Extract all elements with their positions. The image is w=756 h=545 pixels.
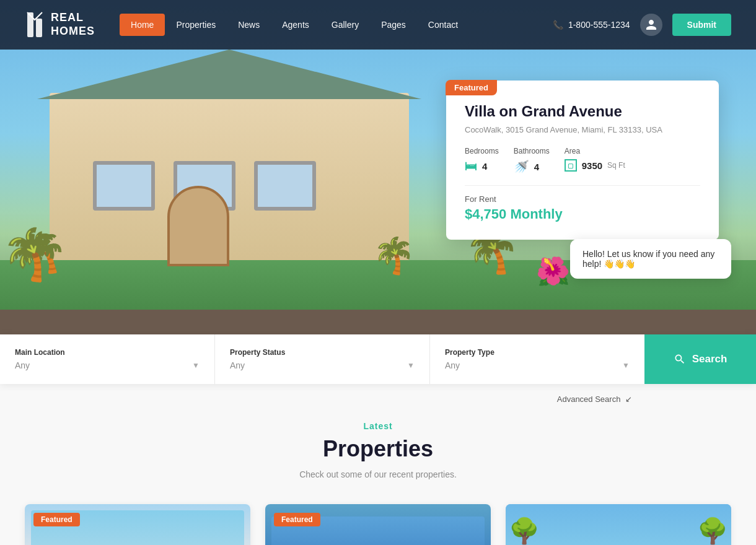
type-chevron: ▼: [622, 361, 630, 370]
submit-button[interactable]: Submit: [672, 14, 731, 36]
nav-properties[interactable]: Properties: [165, 14, 227, 36]
status-select[interactable]: Any ▼: [230, 360, 415, 370]
type-select[interactable]: Any ▼: [445, 360, 630, 370]
featured-badge: Featured: [446, 80, 497, 95]
search-label: Search: [692, 353, 727, 365]
bathrooms-label: Bathrooms: [514, 147, 550, 155]
svg-rect-1: [36, 19, 42, 37]
bath-icon: 🚿: [514, 159, 529, 174]
nav-contact[interactable]: Contact: [417, 14, 469, 36]
status-field[interactable]: Property Status Any ▼: [215, 334, 430, 384]
location-label: Main Location: [15, 348, 200, 357]
property-price: $4,750 Monthly: [465, 206, 700, 222]
nav-right: 📞 1-800-555-1234 Submit: [553, 14, 731, 36]
for-rent-label: For Rent: [465, 194, 700, 204]
bathrooms-value: 🚿 4: [514, 159, 550, 174]
property-address: CocoWalk, 3015 Grand Avenue, Miami, FL 3…: [465, 125, 700, 134]
search-button[interactable]: Search: [644, 334, 756, 384]
properties-section: Latest Properties Check out some of our …: [0, 384, 756, 545]
bedrooms-value: 🛏 4: [465, 159, 499, 173]
hero-section: 🌴 🌴 🌴 🌴 🌺 Featured Villa on Grand Avenue…: [0, 0, 756, 334]
location-chevron: ▼: [192, 361, 200, 370]
area-label: Area: [565, 147, 625, 155]
property-stats: Bedrooms 🛏 4 Bathrooms 🚿 4 Area: [465, 147, 700, 174]
area-stat: Area ▢ 9350 Sq Ft: [565, 147, 625, 174]
advanced-arrow: ↙: [625, 395, 632, 404]
type-field[interactable]: Property Type Any ▼: [430, 334, 644, 384]
nav-home[interactable]: Home: [120, 14, 165, 36]
navbar: REAL HOMES Home Properties News Agents G…: [0, 0, 756, 50]
section-subtitle: Latest: [25, 421, 731, 431]
property-cards: Featured Featured: [25, 504, 731, 545]
location-select[interactable]: Any ▼: [15, 360, 200, 370]
featured-property-card: Featured Villa on Grand Avenue CocoWalk,…: [446, 81, 719, 240]
card-2-featured-badge: Featured: [274, 513, 320, 526]
property-card-2-image: Featured: [265, 504, 491, 545]
nav-links: Home Properties News Agents Gallery Page…: [120, 14, 553, 36]
location-value: Any: [15, 360, 30, 370]
type-value: Any: [445, 360, 460, 370]
search-icon: [674, 353, 686, 365]
logo[interactable]: REAL HOMES: [25, 10, 95, 40]
property-title: Villa on Grand Avenue: [465, 103, 700, 120]
property-card-3-image: 🌳 🌳: [506, 504, 731, 545]
advanced-search-link[interactable]: Advanced Search ↙: [557, 395, 632, 404]
search-bar: Main Location Any ▼ Property Status Any …: [0, 334, 756, 384]
phone-number: 1-800-555-1234: [568, 20, 630, 30]
property-card-2[interactable]: Featured: [265, 504, 491, 545]
bathrooms-stat: Bathrooms 🚿 4: [514, 147, 550, 174]
property-card-1[interactable]: Featured: [25, 504, 250, 545]
area-icon: ▢: [565, 159, 577, 172]
phone-icon: 📞: [553, 20, 563, 30]
status-label: Property Status: [230, 348, 415, 357]
bedrooms-label: Bedrooms: [465, 147, 499, 155]
type-label: Property Type: [445, 348, 630, 357]
phone-area[interactable]: 📞 1-800-555-1234: [553, 20, 630, 30]
user-avatar[interactable]: [640, 14, 662, 36]
nav-pages[interactable]: Pages: [370, 14, 417, 36]
location-field[interactable]: Main Location Any ▼: [0, 334, 215, 384]
search-button-inner: Search: [674, 353, 727, 365]
brand-name: REAL HOMES: [51, 11, 95, 38]
section-title: Properties: [25, 436, 731, 462]
bed-icon: 🛏: [465, 159, 477, 173]
property-card-3[interactable]: 🌳 🌳: [506, 504, 731, 545]
area-value: ▢ 9350 Sq Ft: [565, 159, 625, 172]
property-card-1-image: Featured: [25, 504, 250, 545]
card-1-featured-badge: Featured: [33, 513, 80, 526]
status-value: Any: [230, 360, 245, 370]
bedrooms-stat: Bedrooms 🛏 4: [465, 147, 499, 174]
section-description: Check out some of our recent properties.: [25, 469, 731, 479]
chat-popup: Hello! Let us know if you need any help!…: [570, 239, 731, 279]
nav-news[interactable]: News: [227, 14, 271, 36]
logo-icon: [25, 10, 45, 40]
nav-agents[interactable]: Agents: [271, 14, 320, 36]
nav-gallery[interactable]: Gallery: [320, 14, 370, 36]
status-chevron: ▼: [407, 361, 415, 370]
